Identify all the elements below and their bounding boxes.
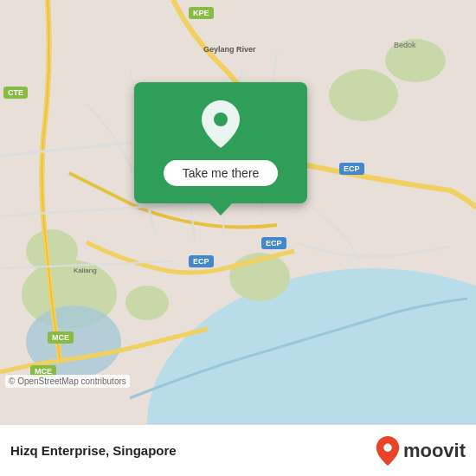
bottom-bar: Hizq Enterprise, Singapore moovit [0, 424, 476, 476]
take-me-there-button[interactable]: Take me there [164, 160, 279, 186]
bottom-left: Hizq Enterprise, Singapore [10, 443, 177, 458]
svg-text:Kallang: Kallang [74, 267, 97, 274]
ecp-badge-3: ECP [189, 255, 214, 267]
svg-point-5 [125, 286, 169, 320]
svg-point-6 [329, 69, 398, 121]
ecp-badge-1: ECP [339, 163, 364, 175]
map-container: Geylang River Kallang Bedok KPE CTE ECP … [0, 0, 476, 424]
popup-card: Take me there [134, 82, 307, 203]
cte-badge: CTE [3, 87, 28, 99]
location-pin-icon [202, 100, 240, 148]
moovit-logo: moovit [376, 436, 466, 466]
moovit-label: moovit [403, 440, 466, 462]
osm-credit: © OpenStreetMap contributors [5, 375, 130, 388]
location-name: Hizq Enterprise, Singapore [10, 443, 177, 458]
svg-text:Geylang River: Geylang River [203, 45, 256, 54]
svg-text:Bedok: Bedok [394, 41, 416, 49]
svg-point-13 [383, 443, 391, 451]
mce-badge-1: MCE [48, 331, 74, 344]
ecp-badge-2: ECP [261, 237, 286, 249]
svg-point-12 [214, 113, 228, 126]
moovit-pin-icon [376, 436, 400, 466]
kpe-badge: KPE [189, 7, 214, 19]
